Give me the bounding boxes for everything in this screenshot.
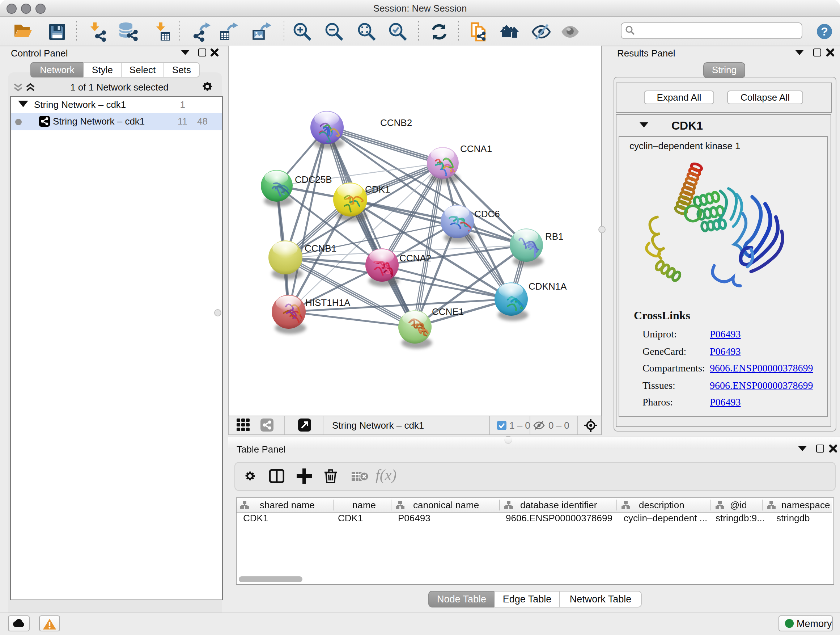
svg-text:RB1: RB1 <box>545 231 564 242</box>
svg-text:CCNA2: CCNA2 <box>399 253 431 264</box>
svg-text:HIST1H1A: HIST1H1A <box>305 297 351 308</box>
svg-text:CDKN1A: CDKN1A <box>529 281 567 292</box>
svg-text:CCNB1: CCNB1 <box>305 243 336 254</box>
svg-text:CDC25B: CDC25B <box>295 174 332 185</box>
svg-text:CCNA1: CCNA1 <box>460 143 492 154</box>
svg-text:CCNE1: CCNE1 <box>432 306 464 317</box>
svg-text:CCNB2: CCNB2 <box>380 117 412 128</box>
svg-text:CDK1: CDK1 <box>365 184 390 195</box>
svg-text:CDC6: CDC6 <box>474 209 500 219</box>
